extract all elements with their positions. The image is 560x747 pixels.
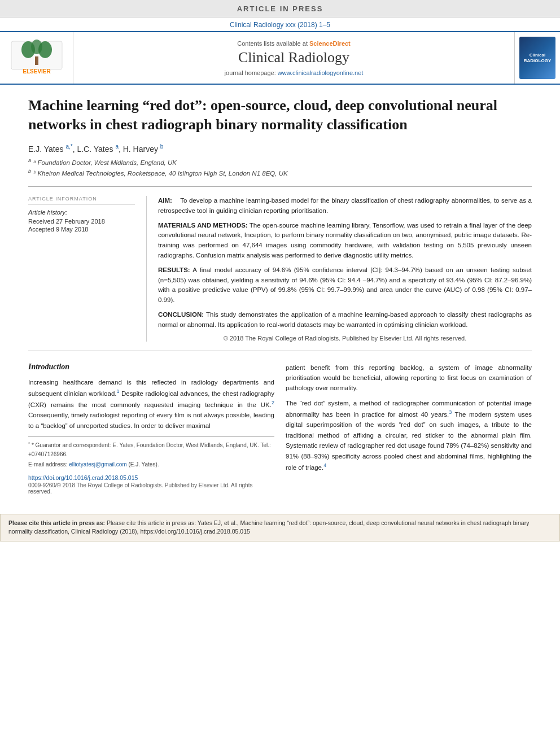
svg-text:ELSEVIER: ELSEVIER	[23, 68, 51, 75]
main-content: Machine learning “red dot”: open-source,…	[0, 85, 560, 508]
abstract-results: RESULTS: A final model accuracy of 94.6%…	[158, 265, 532, 305]
body-left-col: Introduction Increasing healthcare deman…	[28, 362, 274, 503]
issn-line: 0009-9260/© 2018 The Royal College of Ra…	[28, 482, 274, 495]
journal-title-display: Clinical Radiology	[238, 49, 349, 66]
homepage-prefix: journal homepage:	[225, 69, 278, 76]
article-title: Machine learning “red dot”: open-source,…	[28, 96, 532, 134]
footnote-guarantor: * * Guarantor and correspondent: E. Yate…	[28, 440, 274, 458]
divider-1	[28, 186, 532, 187]
journal-logo-text: Clinical RADIOLOGY	[524, 53, 551, 63]
svg-rect-4	[35, 56, 38, 65]
doi-line[interactable]: https://doi.org/10.1016/j.crad.2018.05.0…	[28, 474, 274, 481]
copyright-line: © 2018 The Royal College of Radiologists…	[158, 335, 532, 342]
journal-homepage-line: journal homepage: www.clinicalradiologyo…	[225, 69, 364, 76]
footnote-email: E-mail address: elliotyatesj@gmail.com (…	[28, 460, 274, 469]
accepted-date: Accepted 9 May 2018	[28, 226, 135, 233]
journal-header: ELSEVIER Contents lists available at Sci…	[0, 31, 560, 85]
citation-section: Please cite this article in press as: Pl…	[0, 514, 560, 542]
article-history-label: Article history:	[28, 209, 135, 216]
article-info-col: ARTICLE INFORMATION Article history: Rec…	[28, 196, 147, 342]
intro-para3: The “red dot” system, a method of radiog…	[286, 398, 532, 473]
sciencedirect-line: Contents lists available at ScienceDirec…	[237, 40, 351, 47]
sciencedirect-prefix: Contents lists available at	[237, 40, 309, 47]
email-link[interactable]: elliotyatesj@gmail.com	[69, 461, 126, 468]
citation-box: Please cite this article in press as: Pl…	[0, 514, 560, 542]
received-date: Received 27 February 2018	[28, 218, 135, 225]
sciencedirect-link[interactable]: ScienceDirect	[309, 40, 351, 47]
journal-brand-box: Clinical RADIOLOGY	[519, 37, 555, 79]
affiliation-b: b ᵇ Kheiron Medical Technologies, Rocket…	[28, 168, 532, 177]
logo-line2: RADIOLOGY	[524, 58, 551, 64]
abstract-methods: MATERIALS AND METHODS: The open-source m…	[158, 221, 532, 261]
abstract-aim: AIM: AIM: To develop a machine learning-…	[158, 196, 532, 216]
svg-point-3	[38, 41, 52, 58]
article-in-press-banner: ARTICLE IN PRESS	[0, 0, 560, 18]
journal-header-center: Contents lists available at ScienceDirec…	[73, 32, 515, 84]
elsevier-logo-svg: ELSEVIER	[8, 38, 65, 78]
body-section: Introduction Increasing healthcare deman…	[28, 362, 532, 503]
intro-para1: Increasing healthcare demand is this ref…	[28, 377, 274, 431]
journal-logo-right: Clinical RADIOLOGY	[515, 32, 560, 84]
banner-text: ARTICLE IN PRESS	[237, 5, 323, 13]
journal-ref-text: Clinical Radiology xxx (2018) 1–5	[230, 21, 330, 29]
intro-heading: Introduction	[28, 362, 274, 372]
abstract-col: AIM: AIM: To develop a machine learning-…	[147, 196, 532, 342]
divider-2	[28, 351, 532, 351]
footnote-area: * * Guarantor and correspondent: E. Yate…	[28, 436, 274, 468]
elsevier-logo-area: ELSEVIER	[0, 32, 73, 84]
abstract-conclusion: CONCLUSION: This study demonstrates the …	[158, 310, 532, 330]
body-right-col: patient benefit from this reporting back…	[286, 362, 532, 503]
logo-line1: Clinical	[524, 53, 551, 58]
article-info-header: ARTICLE INFORMATION	[28, 196, 135, 204]
homepage-url[interactable]: www.clinicalradiologyonline.net	[278, 69, 364, 76]
abstract-section: ARTICLE INFORMATION Article history: Rec…	[28, 196, 532, 342]
authors-line: E.J. Yates a,*, L.C. Yates a, H. Harvey …	[28, 143, 532, 154]
email-label: E-mail address:	[28, 461, 69, 468]
journal-ref-line: Clinical Radiology xxx (2018) 1–5	[0, 18, 560, 31]
intro-para2: patient benefit from this reporting back…	[286, 362, 532, 394]
email-suffix: (E.J. Yates).	[127, 461, 159, 468]
affiliation-a: a ᵃ Foundation Doctor, West Midlands, En…	[28, 158, 532, 167]
